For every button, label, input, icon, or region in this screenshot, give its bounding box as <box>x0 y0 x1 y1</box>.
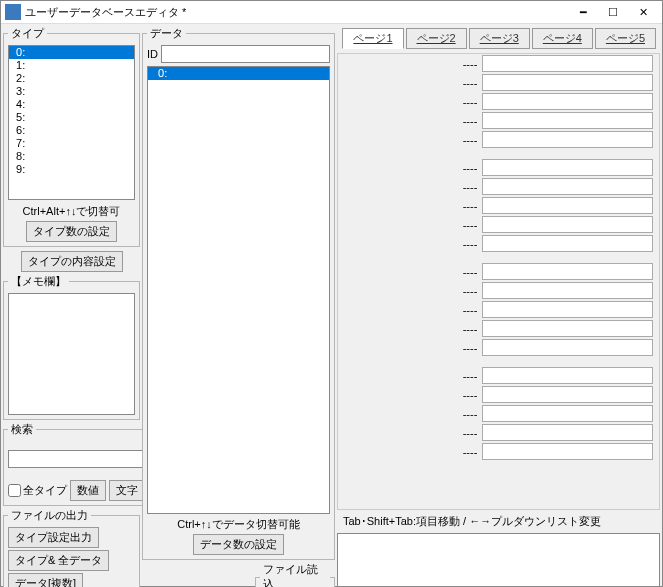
tab-page-5[interactable]: ページ5 <box>595 28 656 49</box>
prop-row: ---- <box>338 196 659 215</box>
id-input[interactable] <box>161 45 330 63</box>
file-output-legend: ファイルの出力 <box>8 508 91 523</box>
prop-dash: ---- <box>458 266 482 278</box>
type-list-item[interactable]: 3: <box>9 85 134 98</box>
memo-fieldset: 【メモ欄】 <box>3 274 140 420</box>
prop-value-input[interactable] <box>482 339 653 356</box>
type-list-item[interactable]: 9: <box>9 163 134 176</box>
prop-dash: ---- <box>458 285 482 297</box>
right-hint: Tab･Shift+Tab:項目移動 / ←→プルダウンリスト変更 <box>337 512 660 531</box>
type-list[interactable]: 0: 1: 2: 3: 4: 5: 6: 7: 8: 9: <box>8 45 135 200</box>
id-label: ID <box>147 48 158 60</box>
memo-textarea[interactable] <box>8 293 135 415</box>
type-count-button[interactable]: タイプ数の設定 <box>26 221 117 242</box>
prop-value-input[interactable] <box>482 131 653 148</box>
prop-value-input[interactable] <box>482 367 653 384</box>
type-list-item[interactable]: 4: <box>9 98 134 111</box>
prop-dash: ---- <box>458 200 482 212</box>
type-list-item[interactable]: 5: <box>9 111 134 124</box>
file-datamulti-button[interactable]: データ[複数] <box>8 573 83 587</box>
file-typeall-button[interactable]: タイプ& 全データ <box>8 550 109 571</box>
prop-value-input[interactable] <box>482 178 653 195</box>
prop-value-input[interactable] <box>482 405 653 422</box>
prop-row: ---- <box>338 54 659 73</box>
data-hint: Ctrl+↑↓でデータ切替可能 <box>147 517 330 532</box>
prop-value-input[interactable] <box>482 263 653 280</box>
alltypes-checkbox-input[interactable] <box>8 484 21 497</box>
prop-dash: ---- <box>458 370 482 382</box>
prop-dash: ---- <box>458 389 482 401</box>
data-fieldset: データ ID 0: Ctrl+↑↓でデータ切替可能 データ数の設定 <box>142 26 335 560</box>
prop-dash: ---- <box>458 181 482 193</box>
file-read-legend: ファイル読込 <box>260 562 330 587</box>
type-list-item[interactable]: 8: <box>9 150 134 163</box>
type-list-item[interactable]: 6: <box>9 124 134 137</box>
multiline-input[interactable] <box>337 533 660 587</box>
prop-value-input[interactable] <box>482 424 653 441</box>
prop-row: ---- <box>338 404 659 423</box>
file-read-fieldset: ファイル読込 読み込み <box>255 562 335 587</box>
type-content-button[interactable]: タイプの内容設定 <box>21 251 123 272</box>
prop-row: ---- <box>338 234 659 253</box>
search-legend: 検索 <box>8 422 36 437</box>
data-list-item[interactable]: 0: <box>148 67 329 80</box>
prop-row: ---- <box>338 111 659 130</box>
type-list-item[interactable]: 7: <box>9 137 134 150</box>
prop-dash: ---- <box>458 342 482 354</box>
minimize-button[interactable]: ━ <box>568 1 598 23</box>
prop-value-input[interactable] <box>482 443 653 460</box>
prop-dash: ---- <box>458 238 482 250</box>
memo-legend: 【メモ欄】 <box>8 274 69 289</box>
tab-page-4[interactable]: ページ4 <box>532 28 593 49</box>
prop-value-input[interactable] <box>482 159 653 176</box>
file-typeset-button[interactable]: タイプ設定出力 <box>8 527 99 548</box>
maximize-button[interactable]: ☐ <box>598 1 628 23</box>
tab-page-3[interactable]: ページ3 <box>469 28 530 49</box>
window: ユーザーデータベースエディタ * ━ ☐ ✕ タイプ 0: 1: 2: 3: 4… <box>0 0 663 587</box>
titlebar: ユーザーデータベースエディタ * ━ ☐ ✕ <box>1 1 662 24</box>
page-tabs: ページ1ページ2ページ3ページ4ページ5 <box>337 26 660 51</box>
tab-page-1[interactable]: ページ1 <box>342 28 403 49</box>
close-button[interactable]: ✕ <box>628 1 658 23</box>
prop-row: ---- <box>338 338 659 357</box>
prop-value-input[interactable] <box>482 74 653 91</box>
type-fieldset: タイプ 0: 1: 2: 3: 4: 5: 6: 7: 8: 9: Ctrl+A… <box>3 26 140 247</box>
prop-row: ---- <box>338 366 659 385</box>
type-list-item[interactable]: 0: <box>9 46 134 59</box>
prop-value-input[interactable] <box>482 216 653 233</box>
prop-group: -------------------- <box>338 262 659 357</box>
prop-value-input[interactable] <box>482 55 653 72</box>
prop-value-input[interactable] <box>482 320 653 337</box>
app-icon <box>5 4 21 20</box>
prop-group: -------------------- <box>338 54 659 149</box>
prop-value-input[interactable] <box>482 282 653 299</box>
prop-row: ---- <box>338 177 659 196</box>
prop-value-input[interactable] <box>482 235 653 252</box>
prop-row: ---- <box>338 442 659 461</box>
prop-row: ---- <box>338 319 659 338</box>
alltypes-checkbox[interactable]: 全タイプ <box>8 483 67 498</box>
type-list-item[interactable]: 1: <box>9 59 134 72</box>
prop-group: -------------------- <box>338 366 659 461</box>
prop-value-input[interactable] <box>482 112 653 129</box>
prop-value-input[interactable] <box>482 301 653 318</box>
prop-value-input[interactable] <box>482 386 653 403</box>
prop-dash: ---- <box>458 162 482 174</box>
client-area: タイプ 0: 1: 2: 3: 4: 5: 6: 7: 8: 9: Ctrl+A… <box>1 24 662 587</box>
search-input[interactable] <box>8 450 154 468</box>
data-count-button[interactable]: データ数の設定 <box>193 534 284 555</box>
window-title: ユーザーデータベースエディタ * <box>25 5 568 20</box>
type-legend: タイプ <box>8 26 47 41</box>
search-number-button[interactable]: 数値 <box>70 480 106 501</box>
search-text-button[interactable]: 文字 <box>109 480 145 501</box>
prop-row: ---- <box>338 300 659 319</box>
type-list-item[interactable]: 2: <box>9 72 134 85</box>
prop-dash: ---- <box>458 446 482 458</box>
prop-dash: ---- <box>458 58 482 70</box>
type-hint: Ctrl+Alt+↑↓で切替可 <box>8 204 135 219</box>
data-list[interactable]: 0: <box>147 66 330 514</box>
tab-page-2[interactable]: ページ2 <box>406 28 467 49</box>
prop-value-input[interactable] <box>482 197 653 214</box>
prop-dash: ---- <box>458 77 482 89</box>
prop-value-input[interactable] <box>482 93 653 110</box>
